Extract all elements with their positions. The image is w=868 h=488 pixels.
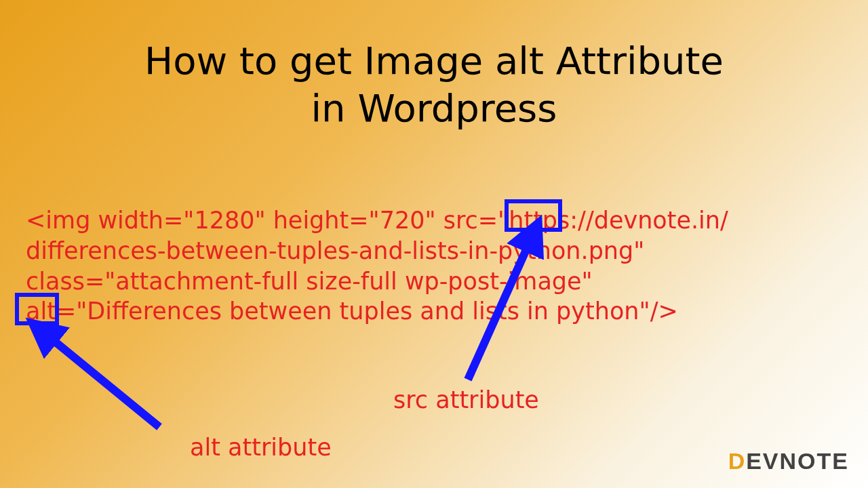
title-line-1: How to get Image alt Attribute	[144, 39, 724, 83]
brand-d: D	[728, 448, 747, 474]
label-src-attribute: src attribute	[393, 386, 539, 413]
arrow-alt-icon	[47, 336, 159, 427]
label-alt-attribute: alt attribute	[190, 434, 332, 461]
brand-logo: DEVNOTE	[728, 448, 849, 474]
title-line-2: in Wordpress	[311, 86, 557, 130]
code-sample: <img width="1280" height="720" src="http…	[26, 205, 842, 327]
page-title: How to get Image alt Attribute in Wordpr…	[0, 37, 868, 132]
highlight-box-src	[505, 199, 562, 232]
brand-rest: EVNOTE	[746, 448, 849, 474]
highlight-box-alt	[15, 293, 59, 325]
